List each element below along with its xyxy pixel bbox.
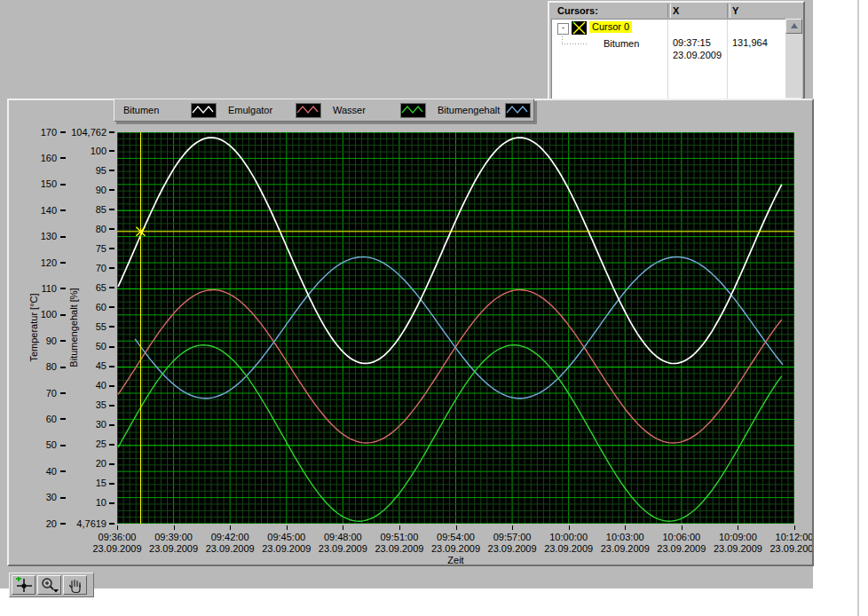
second-axis-tick-label: 104,762: [59, 127, 107, 138]
second-axis-tick-mark: [109, 483, 114, 485]
cursor-move-tool-button[interactable]: [12, 575, 36, 595]
plot-sample-icon[interactable]: [296, 103, 321, 118]
x-axis-tick-mark: [512, 525, 513, 530]
x-axis-tick-mark: [230, 525, 231, 530]
second-axis-tick-label: 60: [59, 302, 107, 312]
cursor-y-value: 131,964: [732, 37, 768, 48]
second-axis-tick-mark: [109, 366, 114, 367]
window-edge-line: [857, 0, 859, 616]
second-axis-tick-mark: [109, 131, 114, 133]
second-axis-tick-label: 45: [59, 360, 107, 371]
y-column-header[interactable]: Y: [732, 5, 738, 16]
second-axis-tick-label: 85: [59, 204, 107, 215]
second-axis-tick-mark: [109, 267, 114, 269]
left-axis-tick-mark: [60, 392, 66, 394]
x-column-header[interactable]: X: [673, 5, 679, 16]
legend-item-label: Bitumengehalt: [438, 105, 505, 115]
header-separator: [727, 4, 730, 18]
x-axis-tick-mark: [794, 525, 795, 530]
left-axis-tick-label: 120: [9, 257, 57, 268]
left-axis-tick-label: 140: [9, 205, 57, 216]
second-axis-tick-mark: [109, 248, 114, 249]
second-axis-tick-label: 95: [59, 165, 107, 176]
left-axis-tick-label: 150: [9, 178, 57, 189]
arrow-up-icon: [791, 23, 798, 28]
left-axis-tick-label: 40: [9, 466, 57, 477]
left-axis-tick-mark: [60, 314, 66, 316]
second-axis-tick-mark: [109, 287, 114, 288]
hand-icon: [65, 577, 85, 594]
second-axis-tick-mark: [109, 424, 114, 426]
plot-sample-icon[interactable]: [191, 103, 217, 118]
second-axis-tick-label: 25: [59, 438, 107, 449]
waveform-chart-panel: Temperatur [°C] Bitumengehalt [%] Zeit 1…: [7, 99, 814, 566]
second-axis-tick-mark: [109, 523, 114, 525]
plot-sample-icon[interactable]: [505, 103, 531, 118]
cursor-legend-header: Cursors: X Y: [551, 4, 801, 20]
x-axis-tick-mark: [682, 525, 683, 530]
left-axis-tick-label: 50: [9, 439, 57, 450]
legend-item[interactable]: Wasser: [324, 99, 429, 121]
cursor-name-highlighted[interactable]: Cursor 0: [589, 21, 632, 33]
x-axis-title: Zeit: [117, 555, 794, 565]
cursor-x-time: 09:37:15: [673, 37, 711, 48]
second-axis-tick-mark: [109, 346, 114, 348]
second-axis-tick-label: 30: [59, 419, 107, 430]
second-axis-tick-label: 70: [59, 263, 107, 273]
legend-item-label: Emulgator: [228, 105, 296, 115]
left-axis-tick-label: 170: [9, 127, 57, 138]
scroll-up-button[interactable]: [785, 19, 802, 34]
left-axis-tick-label: 20: [9, 518, 57, 529]
legend-item-label: Bitumen: [123, 105, 191, 115]
legend-item[interactable]: Bitumen: [114, 99, 219, 121]
x-axis-tick-mark: [738, 525, 738, 530]
second-axis-tick-mark: [109, 170, 114, 171]
left-axis-tick-label: 60: [9, 414, 57, 424]
second-axis-tick-label: 80: [59, 224, 107, 234]
plot-sample-icon[interactable]: [400, 103, 426, 118]
legend-item[interactable]: Bitumengehalt: [429, 99, 533, 121]
legend-item[interactable]: Emulgator: [219, 99, 324, 121]
x-axis-time-label: 10:12:00: [754, 532, 814, 542]
tree-connector: [562, 43, 588, 44]
x-axis-tick-mark: [456, 525, 457, 530]
second-axis-tick-label: 35: [59, 399, 107, 410]
second-axis-tick-label: 50: [59, 341, 107, 351]
second-axis-tick-mark: [109, 189, 114, 191]
plot-area[interactable]: [117, 132, 794, 524]
second-axis-tick-mark: [109, 306, 114, 308]
second-axis-tick-mark: [109, 405, 114, 407]
second-axis-tick-label: 90: [59, 185, 107, 195]
tree-collapse-toggle[interactable]: -: [557, 23, 569, 35]
left-axis-tick-label: 70: [9, 388, 57, 399]
x-axis-tick-mark: [569, 525, 570, 530]
x-axis-tick-mark: [287, 525, 288, 530]
second-axis-tick-mark: [109, 385, 114, 387]
zoom-tool-button[interactable]: [37, 575, 61, 595]
x-axis-tick-mark: [343, 525, 343, 530]
second-axis-tick-mark: [109, 326, 114, 328]
pan-tool-button[interactable]: [63, 575, 87, 595]
second-axis-tick-label: 15: [59, 478, 107, 488]
cursor-plot-name[interactable]: Bitumen: [604, 38, 639, 49]
plot-legend: BitumenEmulgatorWasserBitumengehalt: [114, 99, 534, 122]
left-axis-tick-label: 130: [9, 231, 57, 241]
left-axis-tick-mark: [60, 157, 66, 159]
second-axis-tick-label: 65: [59, 282, 107, 293]
second-axis-tick-mark: [109, 463, 114, 465]
left-axis-tick-label: 160: [9, 153, 57, 163]
header-separator: [667, 4, 671, 18]
left-axis-tick-mark: [60, 236, 66, 238]
x-axis-tick-mark: [117, 525, 118, 530]
second-axis-tick-mark: [109, 502, 114, 504]
magnifier-icon: [39, 577, 59, 593]
labview-front-panel: Cursors: X Y - Cursor 0 Bitumen 09:37:15: [0, 0, 868, 616]
left-axis-tick-label: 80: [9, 361, 57, 372]
second-axis-tick-mark: [109, 444, 114, 446]
cursor-crosshair-icon: [572, 21, 587, 35]
left-axis-tick-label: 100: [9, 309, 57, 320]
x-axis-tick-mark: [174, 525, 175, 530]
second-axis-tick-label: 20: [59, 458, 107, 469]
left-axis-tick-mark: [60, 470, 66, 472]
x-axis-tick-mark: [399, 525, 400, 530]
